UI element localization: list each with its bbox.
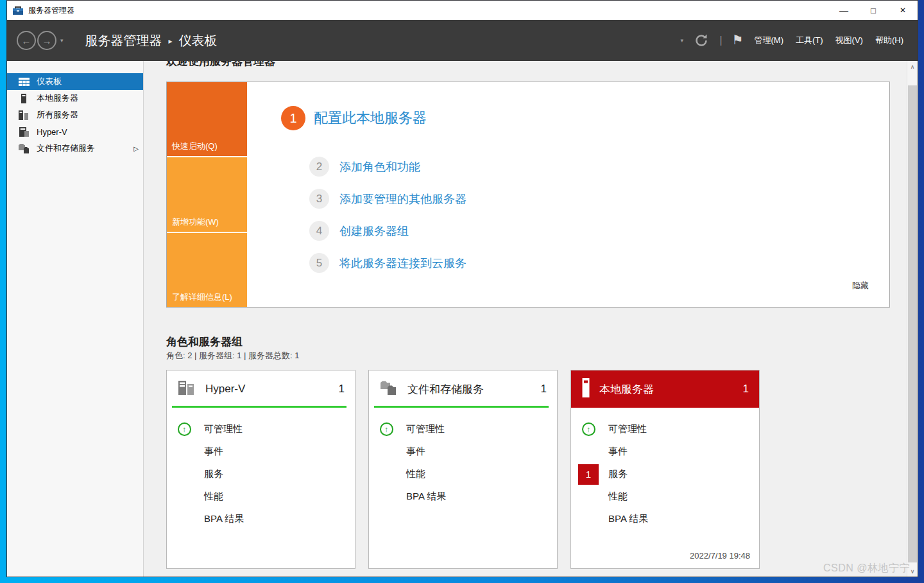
header-bar: ← → ▾ 服务器管理器 ▸ 仪表板 ▾ | ⚑ 管理(M) 工具(T) 视图(… bbox=[7, 20, 918, 61]
card-row-performance: 性能 bbox=[369, 463, 557, 485]
scroll-up-button[interactable]: ∧ bbox=[907, 61, 918, 72]
step-4-badge: 4 bbox=[309, 221, 329, 241]
menu-view[interactable]: 视图(V) bbox=[834, 33, 864, 48]
breadcrumb-root[interactable]: 服务器管理器 bbox=[85, 32, 162, 49]
step-add-roles: 2 添加角色和功能 bbox=[309, 157, 420, 177]
learn-more-label: 了解详细信息(L) bbox=[172, 292, 232, 303]
toolbar-separator: | bbox=[719, 34, 722, 47]
manageability-up-icon: ↑ bbox=[582, 422, 595, 436]
card-server-count: 1 bbox=[743, 383, 749, 396]
card-timestamp: 2022/7/19 19:48 bbox=[690, 551, 750, 561]
role-card-local-server: 本地服务器 1 ↑ 可管理性 事件 1 服务 bbox=[570, 370, 760, 569]
back-button[interactable]: ← bbox=[17, 31, 36, 50]
quick-start-tab[interactable]: 快速启动(Q) bbox=[167, 82, 247, 156]
hyper-v-card-icon bbox=[178, 379, 196, 399]
sidebar-item-label: 所有服务器 bbox=[37, 109, 78, 121]
card-row-bpa: BPA 结果 bbox=[571, 508, 759, 530]
configure-local-server-link[interactable]: 配置此本地服务器 bbox=[314, 109, 427, 128]
step-connect-cloud: 5 将此服务器连接到云服务 bbox=[309, 253, 466, 273]
step-create-group: 4 创建服务器组 bbox=[309, 221, 409, 241]
card-row-performance: 性能 bbox=[167, 485, 355, 508]
window-controls: — □ ✕ bbox=[829, 1, 918, 20]
sidebar-item-label: Hyper-V bbox=[37, 127, 67, 137]
manageability-up-icon: ↑ bbox=[178, 422, 191, 436]
step-3-badge: 3 bbox=[309, 189, 329, 209]
notifications-flag-icon[interactable]: ⚑ bbox=[732, 32, 744, 48]
scrollbar-thumb[interactable] bbox=[908, 85, 917, 562]
dashboard-grid-icon bbox=[18, 78, 30, 86]
sidebar-item-file-storage[interactable]: 文件和存储服务 ▷ bbox=[7, 140, 143, 157]
add-other-servers-link[interactable]: 添加要管理的其他服务器 bbox=[339, 191, 466, 207]
card-title: Hyper-V bbox=[205, 383, 245, 396]
breadcrumb-separator-icon: ▸ bbox=[169, 37, 173, 46]
status-green-bar bbox=[172, 406, 346, 408]
sidebar-item-all-servers[interactable]: 所有服务器 bbox=[7, 107, 143, 123]
step-5-badge: 5 bbox=[309, 253, 329, 273]
forward-button[interactable]: → bbox=[37, 31, 56, 50]
card-row-manageability: ↑ 可管理性 bbox=[167, 418, 355, 440]
sidebar-item-dashboard[interactable]: 仪表板 bbox=[7, 73, 143, 90]
server-icon bbox=[18, 94, 30, 103]
card-rows: ↑ 可管理性 事件 性能 BPA 结果 bbox=[369, 418, 557, 508]
whats-new-label: 新增功能(W) bbox=[172, 216, 219, 228]
welcome-section-title: 欢迎使用服务器管理器 bbox=[166, 61, 275, 69]
sidebar-item-label: 文件和存储服务 bbox=[37, 143, 95, 154]
card-row-manageability: ↑ 可管理性 bbox=[571, 418, 759, 440]
card-header[interactable]: Hyper-V 1 bbox=[167, 370, 355, 408]
card-header[interactable]: 文件和存储服务 1 bbox=[369, 370, 557, 408]
nav-history-dropdown-icon[interactable]: ▾ bbox=[60, 37, 64, 44]
role-card-file-storage: 文件和存储服务 1 ↑ 可管理性 事件 性能 bbox=[368, 370, 558, 569]
card-server-count: 1 bbox=[339, 383, 345, 396]
whats-new-tab[interactable]: 新增功能(W) bbox=[167, 157, 247, 231]
card-row-services: 1 服务 bbox=[571, 463, 759, 485]
role-card-hyper-v: Hyper-V 1 ↑ 可管理性 事件 服务 bbox=[166, 370, 355, 569]
sidebar-item-label: 仪表板 bbox=[37, 76, 62, 87]
local-server-card-icon bbox=[582, 378, 590, 400]
add-roles-features-link[interactable]: 添加角色和功能 bbox=[339, 159, 420, 175]
minimize-button[interactable]: — bbox=[829, 1, 859, 20]
card-row-events: 事件 bbox=[571, 440, 759, 463]
sidebar-item-local-server[interactable]: 本地服务器 bbox=[7, 90, 143, 107]
step-add-servers: 3 添加要管理的其他服务器 bbox=[309, 189, 466, 209]
dashboard-main: 欢迎使用服务器管理器 快速启动(Q) 新增功能(W) 了解详细信息(L) 1 配… bbox=[145, 61, 907, 577]
title-bar: 服务器管理器 — □ ✕ bbox=[7, 1, 918, 20]
server-manager-app-icon bbox=[12, 5, 24, 15]
step-configure-local-server: 1 配置此本地服务器 bbox=[281, 106, 427, 130]
status-green-bar bbox=[374, 406, 549, 408]
quick-start-label: 快速启动(Q) bbox=[172, 141, 218, 152]
manageability-up-icon: ↑ bbox=[380, 422, 393, 436]
connect-cloud-services-link[interactable]: 将此服务器连接到云服务 bbox=[339, 256, 466, 271]
watermark: CSDN @林地宁宁 bbox=[823, 562, 910, 575]
menu-help[interactable]: 帮助(H) bbox=[874, 33, 905, 48]
menu-tools[interactable]: 工具(T) bbox=[794, 33, 825, 48]
expand-arrow-icon[interactable]: ▷ bbox=[133, 145, 139, 152]
sidebar-item-hyper-v[interactable]: Hyper-V bbox=[7, 123, 143, 140]
create-server-group-link[interactable]: 创建服务器组 bbox=[339, 223, 409, 239]
card-rows: ↑ 可管理性 事件 服务 性能 bbox=[167, 418, 355, 530]
card-row-services: 服务 bbox=[167, 463, 355, 485]
close-button[interactable]: ✕ bbox=[888, 1, 918, 20]
servers-icon bbox=[18, 110, 30, 120]
hyper-v-icon bbox=[18, 127, 30, 137]
content-area: 仪表板 本地服务器 所 bbox=[7, 61, 918, 577]
roles-summary: 角色: 2 | 服务器组: 1 | 服务器总数: 1 bbox=[166, 350, 300, 361]
card-header-alert[interactable]: 本地服务器 1 bbox=[571, 370, 759, 408]
forward-arrow-icon: → bbox=[42, 35, 52, 46]
header-dropdown-icon[interactable]: ▾ bbox=[681, 37, 684, 44]
hide-welcome-link[interactable]: 隐藏 bbox=[852, 280, 869, 292]
sidebar-item-label: 本地服务器 bbox=[37, 92, 78, 104]
refresh-icon[interactable] bbox=[693, 32, 710, 49]
vertical-scrollbar[interactable]: ∧ ∨ bbox=[907, 61, 918, 577]
nav-buttons: ← → ▾ bbox=[17, 31, 64, 50]
menu-manage[interactable]: 管理(M) bbox=[753, 33, 785, 48]
card-row-events: 事件 bbox=[167, 440, 355, 463]
step-2-badge: 2 bbox=[309, 157, 329, 177]
breadcrumb-current: 仪表板 bbox=[179, 32, 218, 49]
roles-section-title: 角色和服务器组 bbox=[166, 335, 243, 349]
welcome-panel: 快速启动(Q) 新增功能(W) 了解详细信息(L) 1 配置此本地服务器 2 添… bbox=[166, 82, 890, 308]
step-1-badge: 1 bbox=[281, 106, 305, 130]
services-alert-badge[interactable]: 1 bbox=[578, 464, 599, 485]
breadcrumb: 服务器管理器 ▸ 仪表板 bbox=[85, 32, 218, 49]
maximize-button[interactable]: □ bbox=[859, 1, 888, 20]
learn-more-tab[interactable]: 了解详细信息(L) bbox=[167, 233, 247, 307]
